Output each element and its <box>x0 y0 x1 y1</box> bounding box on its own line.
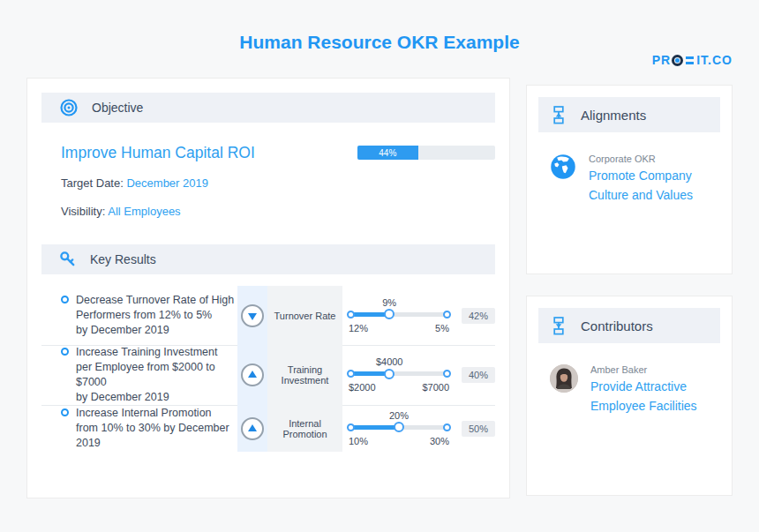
circle-arrow-up-icon <box>241 363 264 386</box>
contributors-header: Contributors <box>538 308 720 343</box>
key-results-list: Decrease Turnover Rate of High Performer… <box>41 286 495 452</box>
slider-thumb[interactable] <box>394 422 404 432</box>
contributor-hierarchy-icon <box>552 317 566 335</box>
slider-current-value: 20% <box>389 410 409 421</box>
key-result-description: Decrease Turnover Rate of High Performer… <box>76 293 234 338</box>
page: Human Resource OKR Example PR IT.CO Obje… <box>0 0 759 532</box>
circle-arrow-up-icon <box>241 417 264 440</box>
aligned-okr-link[interactable]: Promote Company Culture and Values <box>589 167 723 205</box>
visibility-label: Visibility: <box>61 205 105 218</box>
key-results-section-header: Key Results <box>41 244 495 274</box>
alignments-card: Alignments Corporate OKR Promote Company… <box>526 85 733 274</box>
progress-badge: 40% <box>462 367 495 383</box>
contributors-card: Contributors Amber Baker Provide Attract… <box>526 296 733 496</box>
kpi-slider[interactable]: 20% 10% 30% <box>351 410 447 447</box>
slider-current-value: $4000 <box>376 356 403 367</box>
target-date-label: Target Date: <box>61 176 124 190</box>
contributor-item: Amber Baker Provide Attractive Employee … <box>550 364 720 416</box>
contributor-name: Amber Baker <box>590 364 725 375</box>
key-results-section-label: Key Results <box>90 252 156 266</box>
progress-badge: 50% <box>462 421 495 437</box>
alignment-item: Corporate OKR Promote Company Culture an… <box>550 154 720 205</box>
slider-start-dot <box>347 423 355 431</box>
slider-current-value: 9% <box>382 297 396 308</box>
contributor-avatar <box>550 364 578 393</box>
key-result-bullet-icon <box>61 296 69 303</box>
visibility-line: Visibility: All Employees <box>61 205 495 218</box>
slider-target-label: $7000 <box>422 382 449 393</box>
alignments-section-label: Alignments <box>581 108 646 123</box>
alignment-hierarchy-icon <box>552 106 566 124</box>
logo-text-post: IT.CO <box>696 53 733 67</box>
alignment-type-label: Corporate OKR <box>589 154 723 164</box>
alignments-header: Alignments <box>538 97 720 132</box>
kpi-slider[interactable]: $4000 $2000 $7000 <box>351 356 447 393</box>
slider-thumb[interactable] <box>384 369 395 379</box>
metric-name: Turnover Rate <box>267 311 342 321</box>
slider-target-label: 5% <box>435 323 449 333</box>
slider-end-dot <box>443 370 451 378</box>
contributors-section-label: Contributors <box>581 318 653 333</box>
kpi-slider[interactable]: 9% 12% 5% <box>351 297 447 334</box>
globe-icon <box>550 154 576 180</box>
slider-thumb[interactable] <box>384 309 395 319</box>
objective-progress-label: 44% <box>379 148 396 158</box>
bullseye-icon <box>59 98 79 117</box>
contributor-okr-link[interactable]: Provide Attractive Employee Facilities <box>590 378 725 416</box>
visibility-value[interactable]: All Employees <box>108 205 180 218</box>
page-title: Human Resource OKR Example <box>0 32 759 53</box>
slider-fill <box>351 425 399 430</box>
stylized-f-icon <box>686 56 694 64</box>
key-result-bullet-icon <box>61 348 69 356</box>
objective-section-label: Objective <box>92 101 143 115</box>
metric-name: Internal Promotion <box>267 418 342 439</box>
slider-start-label: 12% <box>349 323 368 333</box>
key-result-row: Increase Internal Promotion from 10% to … <box>41 405 495 452</box>
key-result-description: Increase Training Investment per Employe… <box>76 345 237 405</box>
objective-name[interactable]: Improve Human Capital ROI <box>61 144 255 162</box>
key-result-row: Increase Training Investment per Employe… <box>41 345 495 405</box>
target-date-value[interactable]: December 2019 <box>126 176 208 190</box>
objective-progress-bar: 44% <box>357 146 495 160</box>
slider-start-label: 10% <box>349 436 368 446</box>
circle-arrow-down-icon <box>241 304 264 327</box>
slider-start-label: $2000 <box>349 382 376 393</box>
key-result-description: Increase Internal Promotion from 10% to … <box>76 406 237 451</box>
key-icon <box>59 251 77 268</box>
progress-badge: 42% <box>462 308 495 324</box>
okr-card: Objective Improve Human Capital ROI 44% … <box>26 78 510 498</box>
target-o-icon <box>672 55 683 66</box>
logo-text-pre: PR <box>652 53 671 67</box>
slider-end-dot <box>443 423 451 431</box>
slider-target-label: 30% <box>430 436 449 446</box>
objective-progress-fill: 44% <box>357 146 418 160</box>
slider-start-dot <box>347 370 355 378</box>
metric-name: Training Investment <box>267 364 342 386</box>
slider-end-dot <box>443 311 451 318</box>
brand-logo[interactable]: PR IT.CO <box>652 53 733 67</box>
slider-start-dot <box>347 311 355 318</box>
key-result-row: Decrease Turnover Rate of High Performer… <box>41 286 495 345</box>
key-result-bullet-icon <box>61 408 69 416</box>
objective-section-header: Objective <box>41 93 495 123</box>
target-date-line: Target Date: December 2019 <box>61 176 495 190</box>
